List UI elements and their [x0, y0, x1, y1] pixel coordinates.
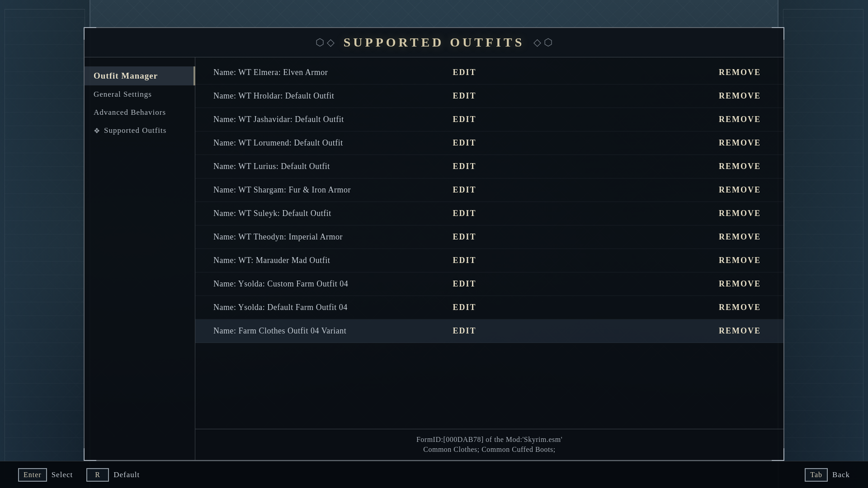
- title-ornament-left: ⬡ ◇: [316, 37, 335, 48]
- remove-button-9[interactable]: REMOVE: [716, 279, 770, 289]
- edit-button-4[interactable]: EDIT: [447, 162, 483, 171]
- edit-button-7[interactable]: EDIT: [447, 232, 483, 242]
- outfit-list[interactable]: Name: WT Elmera: Elven ArmorEDITREMOVENa…: [195, 57, 783, 429]
- sidebar-label-supported-outfits: Supported Outfits: [104, 126, 166, 135]
- enter-key: Enter: [18, 468, 47, 482]
- corner-br: [772, 448, 784, 461]
- page-title: SUPPORTED OUTFITS: [344, 35, 525, 50]
- edit-button-1[interactable]: EDIT: [447, 91, 483, 101]
- remove-button-10[interactable]: REMOVE: [716, 303, 770, 312]
- info-line1: FormID:[000DAB78] of the Mod:'Skyrim.esm…: [209, 436, 770, 444]
- edit-button-6[interactable]: EDIT: [447, 209, 483, 218]
- outfit-name-4: Name: WT Lurius: Default Outfit: [213, 162, 447, 171]
- outfit-row-10[interactable]: Name: Ysolda: Default Farm Outfit 04EDIT…: [195, 296, 783, 319]
- content-area: Outfit ManagerGeneral SettingsAdvanced B…: [85, 57, 783, 460]
- info-bar: FormID:[000DAB78] of the Mod:'Skyrim.esm…: [195, 429, 783, 460]
- outfit-row-3[interactable]: Name: WT Lorumend: Default OutfitEDITREM…: [195, 131, 783, 155]
- outfit-row-8[interactable]: Name: WT: Marauder Mad OutfitEDITREMOVE: [195, 249, 783, 272]
- edit-button-5[interactable]: EDIT: [447, 185, 483, 195]
- info-line2: Common Clothes; Common Cuffed Boots;: [209, 446, 770, 454]
- main-container: ⬡ ◇ SUPPORTED OUTFITS ◇ ⬡ Outfit Manager…: [84, 27, 784, 461]
- outfit-row-2[interactable]: Name: WT Jashavidar: Default OutfitEDITR…: [195, 108, 783, 131]
- edit-button-11[interactable]: EDIT: [447, 326, 483, 336]
- outfit-name-6: Name: WT Suleyk: Default Outfit: [213, 209, 447, 218]
- remove-button-2[interactable]: REMOVE: [716, 115, 770, 124]
- sidebar-icon-supported-outfits: ❖: [94, 127, 100, 135]
- outfit-name-2: Name: WT Jashavidar: Default Outfit: [213, 115, 447, 124]
- outfit-name-3: Name: WT Lorumend: Default Outfit: [213, 138, 447, 148]
- outfit-row-0[interactable]: Name: WT Elmera: Elven ArmorEDITREMOVE: [195, 61, 783, 84]
- edit-button-10[interactable]: EDIT: [447, 303, 483, 312]
- outfit-name-1: Name: WT Hroldar: Default Outfit: [213, 91, 447, 101]
- tab-key: Tab: [805, 468, 828, 482]
- side-panel-right: [778, 0, 868, 488]
- corner-bl: [84, 448, 96, 461]
- r-button-group: R Default: [86, 468, 140, 482]
- r-label: Default: [113, 470, 140, 479]
- remove-button-4[interactable]: REMOVE: [716, 162, 770, 171]
- remove-button-1[interactable]: REMOVE: [716, 91, 770, 101]
- remove-button-7[interactable]: REMOVE: [716, 232, 770, 242]
- r-key: R: [86, 468, 109, 482]
- tab-label: Back: [832, 470, 850, 479]
- outfit-name-5: Name: WT Shargam: Fur & Iron Armor: [213, 185, 447, 195]
- outfit-name-11: Name: Farm Clothes Outfit 04 Variant: [213, 326, 447, 336]
- sidebar-item-advanced-behaviors[interactable]: Advanced Behaviors: [85, 103, 195, 122]
- side-panel-left: [0, 0, 90, 488]
- outfit-row-4[interactable]: Name: WT Lurius: Default OutfitEDITREMOV…: [195, 155, 783, 178]
- outfit-name-7: Name: WT Theodyn: Imperial Armor: [213, 232, 447, 242]
- remove-button-0[interactable]: REMOVE: [716, 68, 770, 77]
- edit-button-0[interactable]: EDIT: [447, 68, 483, 77]
- outfit-row-6[interactable]: Name: WT Suleyk: Default OutfitEDITREMOV…: [195, 202, 783, 225]
- enter-button-group: Enter Select: [18, 468, 73, 482]
- edit-button-2[interactable]: EDIT: [447, 115, 483, 124]
- sidebar-item-outfit-manager[interactable]: Outfit Manager: [85, 66, 195, 85]
- main-panel: Name: WT Elmera: Elven ArmorEDITREMOVENa…: [195, 57, 783, 460]
- edit-button-3[interactable]: EDIT: [447, 138, 483, 148]
- hud-left: Enter Select R Default: [18, 468, 140, 482]
- sidebar-item-supported-outfits[interactable]: ❖Supported Outfits: [85, 122, 195, 140]
- remove-button-11[interactable]: REMOVE: [716, 326, 770, 336]
- edit-button-8[interactable]: EDIT: [447, 256, 483, 265]
- title-ornament-right: ◇ ⬡: [533, 37, 552, 48]
- sidebar-item-general-settings[interactable]: General Settings: [85, 85, 195, 103]
- outfit-row-11[interactable]: Name: Farm Clothes Outfit 04 VariantEDIT…: [195, 319, 783, 343]
- tab-button-group: Tab Back: [805, 468, 850, 482]
- title-bar: ⬡ ◇ SUPPORTED OUTFITS ◇ ⬡: [85, 28, 783, 57]
- sidebar: Outfit ManagerGeneral SettingsAdvanced B…: [85, 57, 195, 460]
- remove-button-6[interactable]: REMOVE: [716, 209, 770, 218]
- edit-button-9[interactable]: EDIT: [447, 279, 483, 289]
- hud-right: Tab Back: [805, 468, 850, 482]
- outfit-row-1[interactable]: Name: WT Hroldar: Default OutfitEDITREMO…: [195, 84, 783, 108]
- outfit-name-8: Name: WT: Marauder Mad Outfit: [213, 256, 447, 265]
- bottom-hud: Enter Select R Default Tab Back: [0, 461, 868, 488]
- outfit-name-0: Name: WT Elmera: Elven Armor: [213, 68, 447, 77]
- outfit-row-7[interactable]: Name: WT Theodyn: Imperial ArmorEDITREMO…: [195, 225, 783, 249]
- remove-button-5[interactable]: REMOVE: [716, 185, 770, 195]
- remove-button-3[interactable]: REMOVE: [716, 138, 770, 148]
- outfit-name-9: Name: Ysolda: Custom Farm Outfit 04: [213, 279, 447, 289]
- enter-label: Select: [52, 470, 73, 479]
- outfit-row-9[interactable]: Name: Ysolda: Custom Farm Outfit 04EDITR…: [195, 272, 783, 296]
- outfit-row-5[interactable]: Name: WT Shargam: Fur & Iron ArmorEDITRE…: [195, 178, 783, 202]
- title-decoration: ⬡ ◇ SUPPORTED OUTFITS ◇ ⬡: [316, 35, 552, 50]
- remove-button-8[interactable]: REMOVE: [716, 256, 770, 265]
- outfit-name-10: Name: Ysolda: Default Farm Outfit 04: [213, 303, 447, 312]
